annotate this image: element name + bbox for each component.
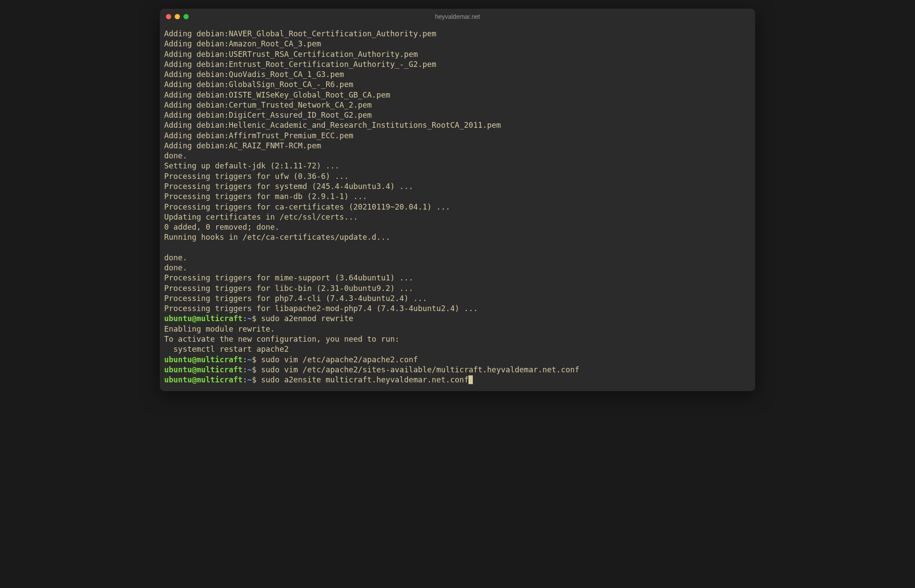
- terminal-output-line: systemctl restart apache2: [164, 344, 751, 354]
- close-button[interactable]: [166, 14, 171, 19]
- prompt-separator: :: [243, 365, 247, 374]
- terminal-output-line: Processing triggers for libc-bin (2.31-0…: [164, 284, 751, 294]
- prompt-path: ~: [247, 375, 252, 384]
- prompt-dollar: $: [252, 365, 261, 374]
- prompt-separator: :: [243, 314, 247, 323]
- terminal-output-line: done.: [164, 151, 751, 161]
- prompt-line[interactable]: ubuntu@multicraft:~$ sudo a2ensite multi…: [164, 375, 751, 385]
- terminal-window: heyvaldemar.net Adding debian:NAVER_Glob…: [160, 9, 755, 391]
- command-text: sudo a2enmod rewrite: [261, 314, 353, 323]
- prompt-user-host: ubuntu@multicraft: [164, 314, 243, 323]
- terminal-output-line: Processing triggers for man-db (2.9.1-1)…: [164, 192, 751, 202]
- window-title: heyvaldemar.net: [435, 13, 480, 20]
- terminal-output-line: Adding debian:AC_RAIZ_FNMT-RCM.pem: [164, 141, 751, 151]
- terminal-output-line: Adding debian:DigiCert_Assured_ID_Root_G…: [164, 110, 751, 120]
- terminal-output-line: Processing triggers for php7.4-cli (7.4.…: [164, 294, 751, 304]
- terminal-output-line: [164, 243, 751, 253]
- terminal-output-line: Processing triggers for mime-support (3.…: [164, 273, 751, 283]
- prompt-path: ~: [247, 355, 252, 364]
- terminal-output-line: Running hooks in /etc/ca-certificates/up…: [164, 232, 751, 242]
- terminal-output-line: Adding debian:AffirmTrust_Premium_ECC.pe…: [164, 131, 751, 141]
- prompt-user-host: ubuntu@multicraft: [164, 355, 243, 364]
- terminal-output-line: done.: [164, 253, 751, 263]
- prompt-path: ~: [247, 365, 252, 374]
- command-text: sudo vim /etc/apache2/apache2.conf: [261, 355, 418, 364]
- maximize-button[interactable]: [183, 14, 189, 19]
- terminal-body[interactable]: Adding debian:NAVER_Global_Root_Certific…: [160, 24, 755, 391]
- prompt-user-host: ubuntu@multicraft: [164, 365, 243, 374]
- prompt-dollar: $: [252, 314, 261, 323]
- terminal-output-line: Processing triggers for libapache2-mod-p…: [164, 304, 751, 314]
- terminal-output-line: Adding debian:Amazon_Root_CA_3.pem: [164, 39, 751, 49]
- terminal-output-line: Enabling module rewrite.: [164, 324, 751, 334]
- prompt-path: ~: [247, 314, 252, 323]
- prompt-line[interactable]: ubuntu@multicraft:~$ sudo a2enmod rewrit…: [164, 314, 751, 324]
- prompt-dollar: $: [252, 355, 261, 364]
- terminal-output-line: 0 added, 0 removed; done.: [164, 222, 751, 232]
- prompt-separator: :: [243, 375, 247, 384]
- prompt-dollar: $: [252, 375, 261, 384]
- titlebar: heyvaldemar.net: [160, 9, 755, 24]
- prompt-separator: :: [243, 355, 247, 364]
- terminal-output-line: Adding debian:NAVER_Global_Root_Certific…: [164, 29, 751, 39]
- terminal-output-line: Processing triggers for systemd (245.4-4…: [164, 182, 751, 192]
- terminal-output-line: Adding debian:QuoVadis_Root_CA_1_G3.pem: [164, 70, 751, 80]
- terminal-output-line: Adding debian:USERTrust_RSA_Certificatio…: [164, 49, 751, 60]
- command-text: sudo a2ensite multicraft.heyvaldemar.net…: [261, 375, 468, 384]
- minimize-button[interactable]: [175, 14, 180, 19]
- prompt-line[interactable]: ubuntu@multicraft:~$ sudo vim /etc/apach…: [164, 355, 751, 365]
- terminal-output-line: Processing triggers for ca-certificates …: [164, 202, 751, 212]
- cursor: [468, 375, 473, 384]
- command-text: sudo vim /etc/apache2/sites-available/mu…: [261, 365, 579, 374]
- terminal-output-line: Adding debian:Hellenic_Academic_and_Rese…: [164, 120, 751, 130]
- terminal-output-line: Updating certificates in /etc/ssl/certs.…: [164, 212, 751, 222]
- terminal-output-line: Adding debian:Entrust_Root_Certification…: [164, 60, 751, 70]
- terminal-output-line: To activate the new configuration, you n…: [164, 334, 751, 344]
- prompt-user-host: ubuntu@multicraft: [164, 375, 243, 384]
- prompt-line[interactable]: ubuntu@multicraft:~$ sudo vim /etc/apach…: [164, 365, 751, 375]
- terminal-output-line: Adding debian:Certum_Trusted_Network_CA_…: [164, 100, 751, 110]
- terminal-output-line: Setting up default-jdk (2:1.11-72) ...: [164, 161, 751, 171]
- terminal-output-line: Processing triggers for ufw (0.36-6) ...: [164, 172, 751, 182]
- terminal-output-line: done.: [164, 263, 751, 273]
- terminal-output-line: Adding debian:GlobalSign_Root_CA_-_R6.pe…: [164, 80, 751, 90]
- traffic-lights: [166, 14, 189, 19]
- terminal-output-line: Adding debian:OISTE_WISeKey_Global_Root_…: [164, 90, 751, 100]
